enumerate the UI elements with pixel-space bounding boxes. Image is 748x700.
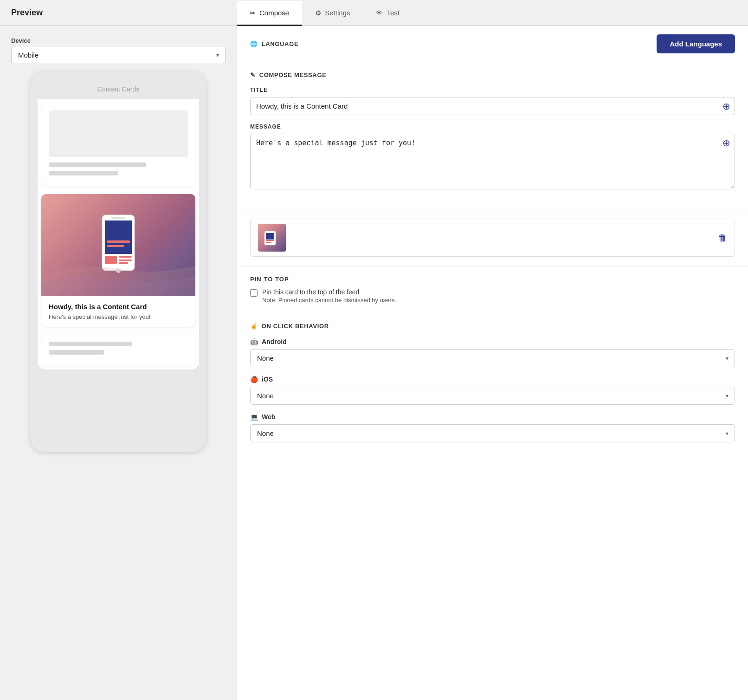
svg-rect-9 [111,217,125,219]
card-featured: Howdy, this is a Content Card Here's a s… [41,194,195,327]
image-preview-box: 🗑 [250,219,735,257]
device-select[interactable]: Mobile Desktop Tablet [11,46,226,64]
svg-rect-11 [266,233,274,240]
phone-screen: Content Cards [38,79,199,369]
monitor-icon: 💻 [250,413,258,421]
cursor-icon: ☝ [250,323,258,330]
top-nav: Preview ✏ Compose ⚙ Settings 👁 Test [0,0,748,26]
add-languages-button[interactable]: Add Languages [657,34,735,53]
nav-tabs: ✏ Compose ⚙ Settings 👁 Test [237,0,748,25]
behavior-header: ☝ ON CLICK BEHAVIOR [250,323,735,330]
message-textarea[interactable]: Here's a special message just for you! [250,134,735,189]
web-row: 💻 Web None Open URL Deep Link ▾ [250,413,735,442]
gear-icon: ⚙ [315,9,321,17]
behavior-section: ☝ ON CLICK BEHAVIOR 🤖 Android None Open … [237,313,748,460]
android-icon: 🤖 [250,338,258,345]
pin-checkbox-row: Pin this card to the top of the feed Not… [250,288,735,304]
card-blank-line-1 [49,162,146,167]
left-panel: Device Mobile Desktop Tablet ▾ Content C… [0,26,237,700]
card-blank-bottom [41,334,195,366]
pin-checkbox-text-block: Pin this card to the top of the feed Not… [262,288,396,304]
card-featured-title: Howdy, this is a Content Card [49,303,188,311]
ios-label-text: iOS [262,376,273,383]
card-bottom-line-2 [49,350,104,355]
eye-icon: 👁 [376,9,383,17]
tab-compose-label: Compose [259,9,289,17]
language-section: 🌐 LANGUAGE Add Languages [237,26,748,62]
tab-compose[interactable]: ✏ Compose [237,1,302,26]
nav-left: Preview [0,0,237,25]
thumbnail-icon [263,228,281,247]
title-field-wrapper: ⊕ [250,97,735,115]
pin-checkbox[interactable] [250,289,258,297]
card-blank-top [41,103,195,187]
title-input[interactable] [250,97,735,115]
pin-title: PIN TO TOP [250,276,735,283]
tab-settings-label: Settings [325,9,350,17]
svg-rect-12 [266,240,274,241]
language-label-text: LANGUAGE [262,40,299,47]
card-bottom-line-1 [49,342,132,346]
title-plus-button[interactable]: ⊕ [722,102,730,111]
tab-test[interactable]: 👁 Test [363,1,413,26]
device-select-wrapper: Mobile Desktop Tablet ▾ [11,46,226,64]
pencil-icon: ✏ [250,9,256,17]
web-label: 💻 Web [250,413,735,421]
android-label-text: Android [262,338,287,345]
compose-section-header: ✎ COMPOSE MESSAGE [250,71,735,78]
pin-section: PIN TO TOP Pin this card to the top of t… [237,266,748,313]
android-row: 🤖 Android None Open URL Deep Link ▾ [250,338,735,367]
delete-image-button[interactable]: 🗑 [718,233,727,243]
title-field-label: TITLE [250,87,735,93]
apple-icon: 🍎 [250,376,258,383]
card-featured-desc: Here's a special message just for you! [49,313,188,320]
svg-rect-13 [266,242,271,243]
web-select[interactable]: None Open URL Deep Link [250,424,735,442]
compose-section-label: COMPOSE MESSAGE [259,71,327,78]
behavior-label: ON CLICK BEHAVIOR [262,323,329,330]
card-featured-image [41,194,195,296]
card-blank-image [49,110,188,157]
main-layout: Device Mobile Desktop Tablet ▾ Content C… [0,26,748,700]
android-label: 🤖 Android [250,338,735,345]
image-section: 🗑 [237,209,748,266]
web-select-wrapper: None Open URL Deep Link ▾ [250,424,735,442]
language-label: 🌐 LANGUAGE [250,40,298,47]
globe-icon: 🌐 [250,40,258,47]
card-featured-content: Howdy, this is a Content Card Here's a s… [41,296,195,327]
image-thumbnail [258,224,286,252]
message-plus-button[interactable]: ⊕ [722,138,730,148]
android-select-wrapper: None Open URL Deep Link ▾ [250,349,735,367]
compose-section: ✎ COMPOSE MESSAGE TITLE ⊕ MESSAGE Here's… [237,62,748,209]
device-label: Device [11,37,226,44]
ios-select[interactable]: None Open URL Deep Link [250,387,735,405]
phone-mockup: Content Cards [30,71,206,452]
ios-select-wrapper: None Open URL Deep Link ▾ [250,387,735,405]
android-select[interactable]: None Open URL Deep Link [250,349,735,367]
wave-decoration [41,235,195,296]
ios-label: 🍎 iOS [250,376,735,383]
card-blank-line-2 [49,171,118,175]
ios-row: 🍎 iOS None Open URL Deep Link ▾ [250,376,735,405]
pin-checkbox-label: Pin this card to the top of the feed [262,288,396,296]
device-section: Device Mobile Desktop Tablet ▾ [11,37,226,64]
tab-test-label: Test [387,9,400,17]
preview-title: Preview [11,8,43,18]
pin-checkbox-note: Note: Pinned cards cannot be dismissed b… [262,297,396,304]
phone-header: Content Cards [38,79,199,99]
web-label-text: Web [262,413,275,421]
tab-settings[interactable]: ⚙ Settings [302,1,363,26]
message-field-label: MESSAGE [250,123,735,130]
compose-icon: ✎ [250,71,256,78]
right-panel: 🌐 LANGUAGE Add Languages ✎ COMPOSE MESSA… [237,26,748,700]
message-field-wrapper: Here's a special message just for you! ⊕ [250,134,735,191]
